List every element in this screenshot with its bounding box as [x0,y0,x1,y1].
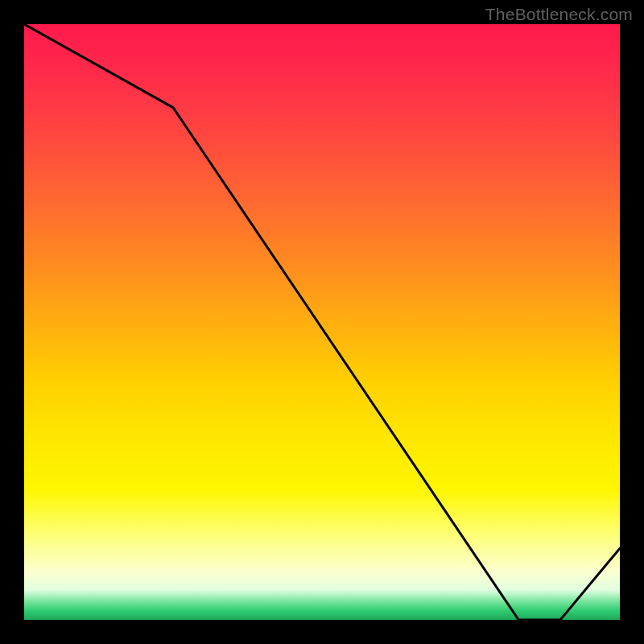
line-overlay [24,24,620,620]
watermark-text: TheBottleneck.com [485,5,633,24]
chart-container: TheBottleneck.com [0,0,644,644]
plot-area [24,24,620,620]
bottleneck-curve-path [24,24,620,620]
